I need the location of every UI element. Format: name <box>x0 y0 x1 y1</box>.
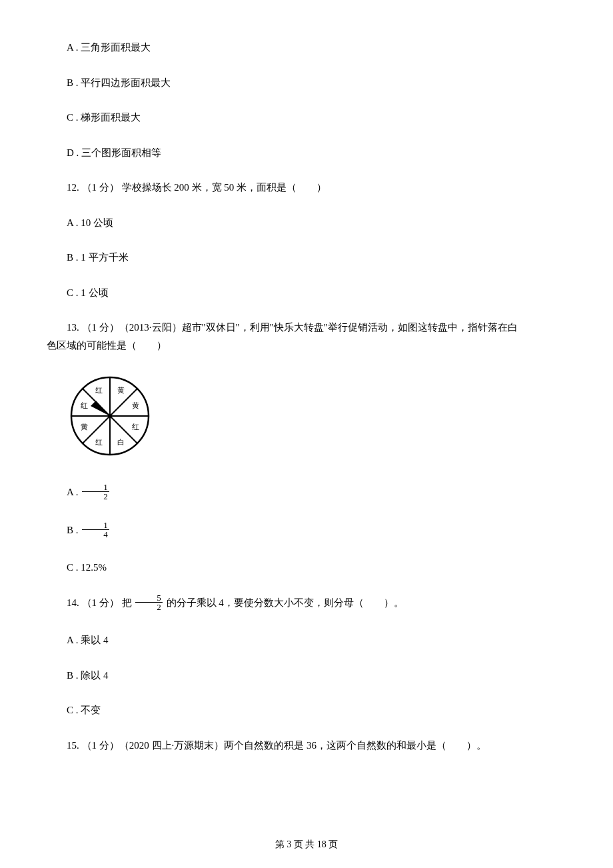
q14-option-c: C . 不变 <box>47 703 566 718</box>
q11-option-d: D . 三个图形面积相等 <box>47 145 566 161</box>
spinner-icon: 红 黄 黄 红 白 红 黄 红 <box>67 373 153 459</box>
q13-stem-line2: 色区域的可能性是（ ） <box>47 338 566 353</box>
slice-2-label: 黄 <box>132 401 139 409</box>
q13-option-c: C . 12.5% <box>47 560 566 575</box>
frac-num: 5 <box>135 593 163 603</box>
q14-option-a: A . 乘以 4 <box>47 633 566 648</box>
q15-stem: 15. （1 分）（2020 四上·万源期末）两个自然数的积是 36，这两个自然… <box>47 738 566 753</box>
q12-option-c: C . 1 公顷 <box>47 285 566 301</box>
slice-7-label: 红 <box>81 401 88 409</box>
frac-num: 1 <box>82 521 109 530</box>
q13-option-b: B . 14 <box>47 522 566 540</box>
page-footer: 第 3 页 共 18 页 <box>0 837 613 851</box>
slice-6-label: 黄 <box>81 423 88 431</box>
q14-option-b: B . 除以 4 <box>47 668 566 683</box>
q14-stem: 14. （1 分） 把 52 的分子乘以 4，要使分数大小不变，则分母（ ）。 <box>47 595 566 613</box>
q12-option-b: B . 1 平方千米 <box>47 250 566 265</box>
q11-option-c: C . 梯形面积最大 <box>47 110 566 125</box>
q14-prefix: 14. （1 分） 把 <box>67 597 134 608</box>
frac-den: 2 <box>82 492 109 501</box>
frac-den: 4 <box>82 530 109 539</box>
slice-5-label: 红 <box>95 438 103 446</box>
q13-optA-prefix: A . <box>67 486 81 497</box>
svg-point-9 <box>109 415 112 418</box>
slice-0-label: 红 <box>95 386 103 394</box>
spinner-figure: 红 黄 黄 红 白 红 黄 红 <box>67 373 566 464</box>
fraction-icon: 12 <box>82 483 109 501</box>
document-page: A . 三角形面积最大 B . 平行四边形面积最大 C . 梯形面积最大 D .… <box>0 0 613 868</box>
slice-1-label: 黄 <box>117 386 125 394</box>
q12-option-a: A . 10 公顷 <box>47 215 566 231</box>
frac-num: 1 <box>82 483 109 492</box>
slice-3-label: 红 <box>132 423 139 431</box>
fraction-icon: 14 <box>82 521 109 539</box>
q11-option-a: A . 三角形面积最大 <box>47 40 566 55</box>
q14-suffix: 的分子乘以 4，要使分数大小不变，则分母（ ）。 <box>164 597 404 608</box>
frac-den: 2 <box>135 603 163 611</box>
fraction-icon: 52 <box>135 593 163 611</box>
q13-optB-prefix: B . <box>67 524 81 535</box>
q13-stem-line1: 13. （1 分）（2013·云阳）超市"双休日"，利用"快乐大转盘"举行促销活… <box>47 320 566 335</box>
slice-4-label: 白 <box>117 438 125 446</box>
q11-option-b: B . 平行四边形面积最大 <box>47 75 566 91</box>
q12-stem: 12. （1 分） 学校操场长 200 米，宽 50 米，面积是（ ） <box>47 180 566 195</box>
q13-option-a: A . 12 <box>47 484 566 502</box>
